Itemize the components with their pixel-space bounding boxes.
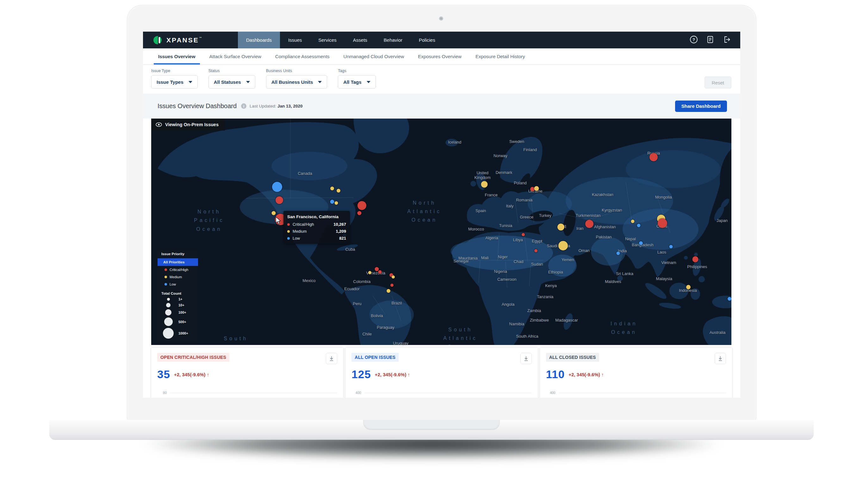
- legend-size-row: 500+: [158, 317, 198, 326]
- issue-marker-medium[interactable]: [392, 275, 395, 279]
- share-dashboard-button[interactable]: Share Dashboard: [675, 101, 727, 112]
- issue-marker-medium[interactable]: [330, 187, 334, 190]
- issue-marker-medium[interactable]: [368, 271, 371, 274]
- nav-item-behavior[interactable]: Behavior: [375, 32, 411, 48]
- map-legend: Issue Priority All Priorities Critical/H…: [158, 249, 198, 343]
- issue-marker-medium[interactable]: [686, 285, 691, 289]
- issue-marker-critical[interactable]: [585, 220, 593, 228]
- issue-marker-medium[interactable]: [272, 211, 276, 215]
- issue-marker-critical[interactable]: [534, 249, 537, 252]
- legend-item-label: Medium: [170, 275, 182, 279]
- issue-marker-low[interactable]: [272, 182, 282, 192]
- tooltip-title: San Francisco, California: [287, 214, 346, 219]
- nav-item-services[interactable]: Services: [310, 32, 345, 48]
- tooltip-row: Low 821: [287, 236, 346, 241]
- issue-marker-low[interactable]: [728, 297, 731, 301]
- issue-marker-critical[interactable]: [658, 218, 667, 228]
- sign-out-icon[interactable]: [723, 35, 731, 45]
- axis-tick-label: 400: [351, 391, 361, 394]
- help-icon[interactable]: ?: [690, 35, 698, 45]
- download-icon[interactable]: [326, 353, 337, 364]
- issue-marker-critical[interactable]: [358, 211, 362, 215]
- dashboard-tabs: Issues OverviewAttack Surface OverviewCo…: [143, 48, 740, 65]
- nav-item-issues[interactable]: Issues: [280, 32, 310, 48]
- release-notes-icon[interactable]: [706, 35, 714, 45]
- size-dot-icon: [164, 317, 173, 326]
- tab-issues-overview[interactable]: Issues Overview: [151, 48, 202, 64]
- filter-bar: Issue Type Issue Types Status All Status…: [143, 65, 740, 93]
- tab-compliance-assessments[interactable]: Compliance Assessments: [268, 48, 337, 64]
- nav-item-assets[interactable]: Assets: [345, 32, 375, 48]
- laptop-base: [49, 420, 814, 440]
- issue-marker-low[interactable]: [639, 241, 643, 245]
- issue-marker-medium[interactable]: [534, 186, 539, 191]
- map-view-badge-label: Viewing On-Prem Issues: [165, 122, 218, 127]
- filter-select-business-units[interactable]: All Business Units: [266, 75, 327, 89]
- issue-marker-medium[interactable]: [335, 201, 338, 205]
- kpi-value: 110: [546, 368, 565, 381]
- issue-marker-medium[interactable]: [481, 181, 488, 188]
- legend-size-row: 1+: [158, 297, 198, 301]
- priority-dot-icon: [164, 276, 167, 278]
- filter-label: Status: [209, 68, 255, 73]
- issue-marker-medium[interactable]: [387, 289, 390, 293]
- tab-exposures-overview[interactable]: Exposures Overview: [411, 48, 468, 64]
- xpanse-logo-icon: [152, 35, 163, 45]
- legend-title: Issue Priority: [158, 252, 198, 256]
- legend-all-priorities[interactable]: All Priorities: [158, 258, 198, 266]
- legend-size-row: 10+: [158, 303, 198, 307]
- last-updated: Last Updated: Jan 13, 2020: [250, 104, 302, 109]
- issue-marker-medium[interactable]: [337, 189, 340, 192]
- legend-item-low[interactable]: Low: [158, 280, 198, 288]
- chevron-down-icon: [318, 81, 322, 83]
- gridline: [170, 393, 337, 393]
- tab-attack-surface-overview[interactable]: Attack Surface Overview: [202, 48, 268, 64]
- download-icon[interactable]: [521, 353, 532, 364]
- legend-size-label: 10+: [178, 303, 185, 307]
- issue-marker-critical[interactable]: [692, 256, 699, 262]
- filter-select-status[interactable]: All Statuses: [209, 75, 255, 89]
- issue-marker-low[interactable]: [670, 245, 673, 248]
- filter-label: Tags: [338, 68, 375, 73]
- issue-marker-critical[interactable]: [649, 153, 658, 161]
- map-continents: [151, 118, 731, 345]
- legend-size-row: 1000+: [158, 328, 198, 339]
- tooltip-priority-label: Critical/High: [292, 222, 314, 227]
- legend-item-label: Critical/High: [170, 268, 188, 272]
- issue-marker-low[interactable]: [637, 224, 640, 227]
- issue-marker-critical[interactable]: [522, 233, 525, 236]
- priority-dot-icon: [287, 237, 290, 240]
- priority-dot-icon: [164, 283, 167, 286]
- issue-marker-medium[interactable]: [558, 241, 568, 250]
- issue-marker-critical[interactable]: [276, 196, 283, 204]
- arrow-up-icon: ↑: [408, 372, 410, 377]
- filter-select-issue-type[interactable]: Issue Types: [151, 75, 198, 89]
- tooltip-row: Medium 1,209: [287, 229, 346, 234]
- legend-item-medium[interactable]: Medium: [158, 273, 198, 280]
- filter-select-tags[interactable]: All Tags: [338, 75, 375, 89]
- brand-logo[interactable]: XPANSE™: [143, 32, 238, 48]
- issue-marker-medium[interactable]: [631, 220, 635, 223]
- issue-marker-critical[interactable]: [390, 284, 393, 287]
- info-icon[interactable]: i: [241, 103, 247, 109]
- filter-group-status: Status All Statuses: [209, 68, 255, 89]
- download-icon[interactable]: [715, 353, 726, 364]
- world-map[interactable]: North Pacific OceanNorth Atlantic OceanS…: [151, 118, 731, 345]
- nav-item-dashboards[interactable]: Dashboards: [238, 32, 280, 48]
- tab-unmanaged-cloud-overview[interactable]: Unmanaged Cloud Overview: [337, 48, 411, 64]
- tab-exposure-detail-history[interactable]: Exposure Detail History: [468, 48, 532, 64]
- issue-marker-low[interactable]: [616, 252, 620, 255]
- kpi-mini-chart: 400300: [546, 388, 726, 398]
- kpi-cards: OPEN CRITICAL/HIGH ISSUES 35 +2, 345(-9.…: [143, 345, 740, 398]
- kpi-delta: +2, 345(-9.6%) ↑: [174, 372, 209, 377]
- filter-label: Business Units: [266, 68, 327, 73]
- reset-filters-button[interactable]: Reset: [704, 76, 731, 89]
- kpi-value: 125: [351, 368, 371, 381]
- issue-marker-low[interactable]: [330, 200, 334, 204]
- legend-item-critical[interactable]: Critical/High: [158, 266, 198, 273]
- issue-marker-critical[interactable]: [358, 201, 366, 210]
- issue-marker-medium[interactable]: [558, 224, 564, 230]
- map-view-badge: Viewing On-Prem Issues: [151, 118, 225, 130]
- nav-item-policies[interactable]: Policies: [411, 32, 443, 48]
- issue-marker-critical[interactable]: [378, 270, 382, 274]
